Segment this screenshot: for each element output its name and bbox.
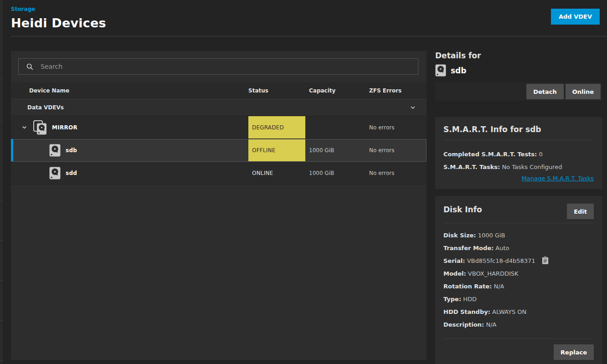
disk-info-field: Serial: VBd855fc18-d4b58371 <box>443 255 594 267</box>
chevron-down-icon[interactable] <box>21 124 28 131</box>
device-row-mirror[interactable]: MIRROR DEGRADED No errors <box>11 116 427 139</box>
smart-info-card: S.M.A.R.T. Info for sdb Completed S.M.A.… <box>435 117 602 189</box>
capacity-value: 1000 GiB <box>309 139 369 161</box>
capacity-value: 1000 GiB <box>309 162 369 184</box>
search-icon <box>26 63 34 71</box>
details-device-line: sdb <box>435 64 602 77</box>
details-device-name: sdb <box>451 66 466 75</box>
status-badge: DEGRADED <box>248 116 305 138</box>
collapsed-sidebar-edge <box>0 0 4 364</box>
detach-button[interactable]: Detach <box>526 84 564 99</box>
disk-info-footer: Replace <box>443 338 594 360</box>
edit-button[interactable]: Edit <box>567 204 594 219</box>
disk-info-field: Description: N/A <box>443 318 594 331</box>
replace-button[interactable]: Replace <box>554 344 594 360</box>
disk-info-field: Disk Size: 1000 GiB <box>443 229 594 242</box>
group-row-data-vdevs[interactable]: Data VDEVs <box>11 99 427 116</box>
device-name: sdd <box>66 170 77 176</box>
disk-icon <box>49 167 61 179</box>
device-name: MIRROR <box>52 124 77 131</box>
details-action-bar: Detach Online <box>435 82 602 101</box>
device-row-sdd[interactable]: sdd ONLINE 1000 GiB No errors <box>11 162 427 185</box>
devices-table-panel: Device Name Status Capacity ZFS Errors D… <box>11 51 427 360</box>
search-input[interactable] <box>41 63 412 70</box>
zfs-errors-value: No errors <box>369 139 427 161</box>
page-header: Storage Heidi Devices Add VDEV <box>11 0 607 36</box>
selection-indicator <box>11 139 13 161</box>
device-rows: MIRROR DEGRADED No errors <box>11 116 427 185</box>
column-header-device-name[interactable]: Device Name <box>11 87 248 94</box>
disk-info-field: Model: VBOX_HARDDISK <box>443 267 594 280</box>
device-name: sdb <box>66 147 77 154</box>
copy-to-clipboard-icon[interactable] <box>542 256 549 264</box>
details-panel: Details for sdb Detach Online S.M.A.R.T.… <box>435 51 602 364</box>
status-badge: ONLINE <box>248 162 305 184</box>
disk-info-field: Transfer Mode: Auto <box>443 242 594 255</box>
zfs-errors-value: No errors <box>369 162 427 184</box>
status-badge: OFFLINE <box>248 139 305 161</box>
disk-info-fields: Disk Size: 1000 GiB Transfer Mode: Auto … <box>443 229 594 331</box>
group-label: Data VDEVs <box>11 104 409 111</box>
disk-icon <box>435 64 446 77</box>
page-title: Heidi Devices <box>11 16 607 30</box>
smart-completed-tests: Completed S.M.A.R.T. Tests: 0 <box>443 148 594 161</box>
manage-smart-tasks-link[interactable]: Manage S.M.A.R.T. Tasks <box>443 175 594 182</box>
online-button[interactable]: Online <box>566 84 601 99</box>
breadcrumb[interactable]: Storage <box>11 6 35 12</box>
zfs-errors-value: No errors <box>369 116 427 138</box>
disk-info-title: Disk Info <box>443 205 482 214</box>
column-header-zfs-errors[interactable]: ZFS Errors <box>369 87 427 94</box>
details-title: Details for <box>435 51 602 60</box>
chevron-down-icon[interactable] <box>409 104 417 111</box>
smart-tasks: S.M.A.R.T. Tasks: No Tasks Configured <box>443 161 594 174</box>
capacity-value <box>309 116 369 138</box>
column-header-capacity[interactable]: Capacity <box>309 87 369 94</box>
device-row-sdb[interactable]: sdb OFFLINE 1000 GiB No errors <box>11 139 427 162</box>
column-header-status[interactable]: Status <box>248 87 309 94</box>
smart-info-title: S.M.A.R.T. Info for sdb <box>443 125 594 140</box>
mirror-vdev-icon <box>33 120 47 135</box>
disk-info-field: Type: HDD <box>443 293 594 306</box>
disk-info-field: HDD Standby: ALWAYS ON <box>443 306 594 318</box>
search-box[interactable] <box>18 58 418 75</box>
disk-info-card: Disk Info Edit Disk Size: 1000 GiB Trans… <box>435 196 602 364</box>
table-header-row: Device Name Status Capacity ZFS Errors <box>11 82 427 99</box>
disk-info-field: Rotation Rate: N/A <box>443 280 594 293</box>
disk-icon <box>49 144 61 157</box>
add-vdev-button[interactable]: Add VDEV <box>551 9 600 25</box>
